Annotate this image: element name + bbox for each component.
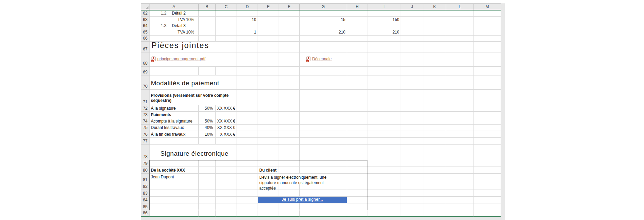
- column-header-H[interactable]: H: [347, 4, 367, 10]
- cell-J66[interactable]: [401, 36, 423, 42]
- cell-K75[interactable]: [423, 125, 446, 131]
- cell-A62[interactable]: 1.2Détail 2: [149, 10, 199, 17]
- cell-D82[interactable]: [237, 183, 258, 190]
- row-header-65[interactable]: 65: [141, 29, 149, 36]
- cell-D86[interactable]: [237, 210, 258, 217]
- attachments-heading[interactable]: Pièces jointes: [149, 42, 237, 52]
- cell-J67[interactable]: [401, 42, 423, 52]
- cell-F69[interactable]: [279, 67, 300, 75]
- cell-B73[interactable]: [199, 112, 216, 118]
- cell-K71[interactable]: [423, 90, 446, 105]
- cell-D74[interactable]: [237, 118, 258, 125]
- cell-M66[interactable]: [474, 36, 501, 42]
- cell-I77[interactable]: [367, 138, 401, 145]
- cell-H75[interactable]: [347, 125, 367, 131]
- cell-I85[interactable]: [367, 203, 401, 210]
- cell-M68[interactable]: [474, 52, 501, 67]
- cell-J69[interactable]: [401, 67, 423, 75]
- company-signer-header[interactable]: De la société XXX: [149, 167, 199, 174]
- cell-H64[interactable]: [347, 23, 367, 29]
- cell-A75[interactable]: Durant les travaux: [149, 125, 199, 131]
- cell-K85[interactable]: [423, 203, 446, 210]
- cell-D67[interactable]: [237, 42, 258, 52]
- cell-B79[interactable]: [199, 160, 216, 167]
- cell-I64[interactable]: [367, 23, 401, 29]
- cell-J79[interactable]: [401, 160, 423, 167]
- cell-A71[interactable]: Provisions (versement sur votre compte s…: [149, 90, 237, 105]
- cell-H80[interactable]: [347, 167, 367, 174]
- row-header-80[interactable]: 80: [141, 167, 149, 174]
- column-header-F[interactable]: F: [279, 4, 300, 10]
- cell-E78[interactable]: [258, 145, 279, 160]
- cell-H81[interactable]: [347, 174, 367, 183]
- cell-H76[interactable]: [347, 131, 367, 138]
- cell-B81[interactable]: [199, 174, 216, 183]
- cell-J65[interactable]: [401, 29, 423, 36]
- cell-C63[interactable]: [216, 17, 237, 23]
- cell-L77[interactable]: [446, 138, 474, 145]
- cell-C75[interactable]: XX XXX €: [216, 125, 237, 131]
- cell-F68[interactable]: [279, 52, 300, 67]
- attachment-link-decennale[interactable]: PDFDécennale: [300, 52, 347, 67]
- row-header-70[interactable]: 70: [141, 75, 149, 90]
- cell-D65[interactable]: 1: [237, 29, 258, 36]
- cell-J72[interactable]: [401, 105, 423, 112]
- cell-L79[interactable]: [446, 160, 474, 167]
- cell-H62[interactable]: [347, 10, 367, 17]
- row-header-77[interactable]: 77: [141, 138, 149, 145]
- cell-A74[interactable]: Acompte à la signature: [149, 118, 199, 125]
- cell-F63[interactable]: [279, 17, 300, 23]
- cell-D83[interactable]: [237, 190, 258, 197]
- cell-B83[interactable]: [199, 190, 216, 197]
- cell-D68[interactable]: [237, 52, 258, 67]
- cell-C85[interactable]: [216, 203, 237, 210]
- cell-D70[interactable]: [237, 75, 258, 90]
- client-signer-header[interactable]: Du client: [258, 167, 279, 174]
- cell-C86[interactable]: [216, 210, 237, 217]
- cell-I75[interactable]: [367, 125, 401, 131]
- cell-K64[interactable]: [423, 23, 446, 29]
- cell-I68[interactable]: [367, 52, 401, 67]
- column-header-I[interactable]: I: [367, 4, 401, 10]
- cell-C76[interactable]: X XXX €: [216, 131, 237, 138]
- row-header-72[interactable]: 72: [141, 105, 149, 112]
- cell-A64[interactable]: 1.3Détail 3: [149, 23, 199, 29]
- cell-I65[interactable]: 210: [367, 29, 401, 36]
- cell-A73[interactable]: Paiements: [149, 112, 199, 118]
- cell-K81[interactable]: [423, 174, 446, 183]
- cell-G69[interactable]: [300, 67, 347, 75]
- cell-J73[interactable]: [401, 112, 423, 118]
- cell-D72[interactable]: [237, 105, 258, 112]
- cell-E79[interactable]: [258, 160, 279, 167]
- cell-H71[interactable]: [347, 90, 367, 105]
- cell-K62[interactable]: [423, 10, 446, 17]
- cell-B62[interactable]: [199, 10, 216, 17]
- cell-H74[interactable]: [347, 118, 367, 125]
- cell-A84[interactable]: [149, 197, 199, 203]
- attachment-link-decennale[interactable]: Décennale: [312, 57, 331, 61]
- esignature-heading[interactable]: Signature électronique: [149, 145, 237, 160]
- cell-F74[interactable]: [279, 118, 300, 125]
- row-header-69[interactable]: 69: [141, 67, 149, 75]
- cell-C82[interactable]: [216, 183, 237, 190]
- cell-E70[interactable]: [258, 75, 279, 90]
- cell-E77[interactable]: [258, 138, 279, 145]
- cell-H65[interactable]: [347, 29, 367, 36]
- cell-H67[interactable]: [347, 42, 367, 52]
- cell-H70[interactable]: [347, 75, 367, 90]
- cell-F76[interactable]: [279, 131, 300, 138]
- cell-B74[interactable]: 50%: [199, 118, 216, 125]
- cell-L64[interactable]: [446, 23, 474, 29]
- cell-J77[interactable]: [401, 138, 423, 145]
- cell-K72[interactable]: [423, 105, 446, 112]
- cell-D71[interactable]: [237, 90, 258, 105]
- cell-K67[interactable]: [423, 42, 446, 52]
- cell-G64[interactable]: [300, 23, 347, 29]
- cell-K77[interactable]: [423, 138, 446, 145]
- cell-L76[interactable]: [446, 131, 474, 138]
- cell-F70[interactable]: [279, 75, 300, 90]
- cell-H83[interactable]: [347, 190, 367, 197]
- cell-G85[interactable]: [300, 203, 347, 210]
- cell-A86[interactable]: [149, 210, 199, 217]
- cell-H69[interactable]: [347, 67, 367, 75]
